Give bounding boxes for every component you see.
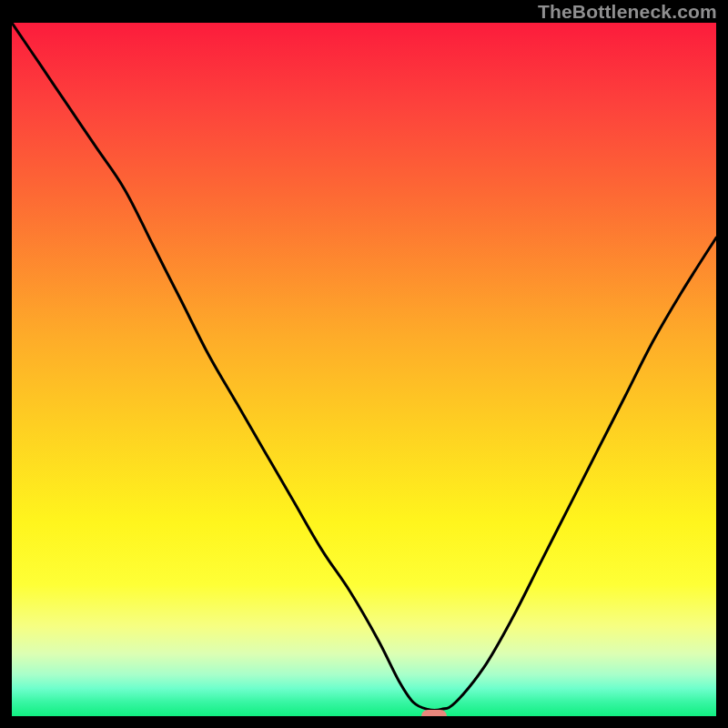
bottleneck-curve [12,23,716,716]
watermark-label: TheBottleneck.com [538,1,717,23]
optimum-marker [421,710,447,716]
chart-stage: TheBottleneck.com [0,0,728,728]
plot-area [12,23,716,716]
